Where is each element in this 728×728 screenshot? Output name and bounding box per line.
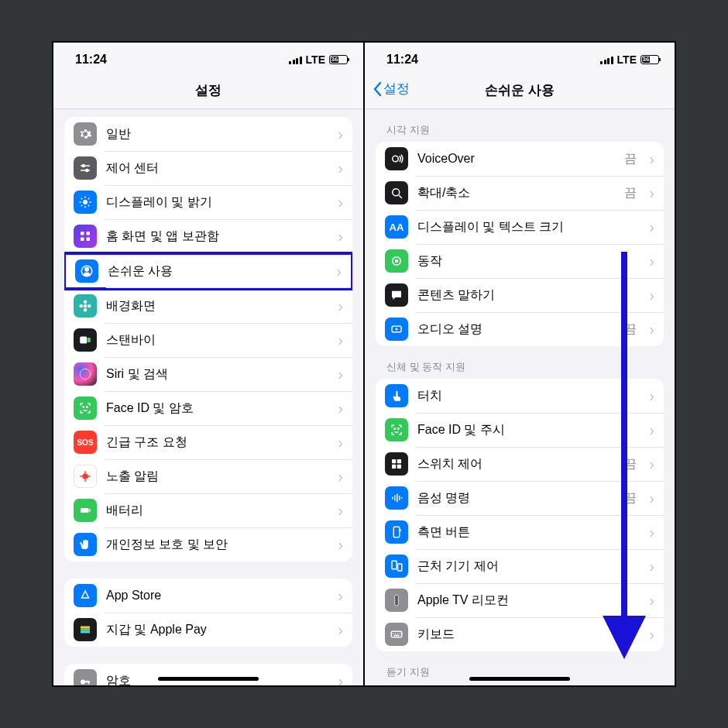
row-motion[interactable]: 동작›: [376, 244, 664, 278]
row-label: 동작: [417, 253, 637, 270]
row-general[interactable]: 일반›: [64, 117, 352, 151]
row-faceid[interactable]: Face ID 및 암호›: [64, 391, 352, 425]
chevron-right-icon: ›: [649, 455, 654, 473]
chevron-right-icon: ›: [338, 400, 343, 417]
svg-point-3: [86, 170, 88, 172]
display-icon: [74, 191, 97, 214]
row-display[interactable]: 디스플레이 및 밝기›: [64, 185, 352, 219]
back-label: 설정: [383, 80, 410, 98]
row-sidebtn[interactable]: 측면 버튼›: [376, 515, 664, 549]
row-label: 디스플레이 및 밝기: [106, 194, 325, 211]
wall-icon: [74, 294, 97, 318]
back-button[interactable]: 설정: [373, 80, 410, 98]
chevron-right-icon: ›: [338, 587, 343, 605]
home-indicator[interactable]: [469, 677, 570, 681]
battery-icon: [74, 499, 97, 522]
row-switch[interactable]: 스위치 제어끔›: [376, 447, 664, 481]
row-faceatt[interactable]: Face ID 및 주시›: [376, 413, 664, 447]
settings-scroll[interactable]: 일반›제어 센터›디스플레이 및 밝기›홈 화면 및 앱 보관함›손쉬운 사용›…: [53, 109, 363, 685]
chevron-right-icon: ›: [649, 558, 654, 575]
settings-group-3: 암호›: [64, 664, 352, 685]
row-access[interactable]: 손쉬운 사용›: [64, 252, 352, 290]
row-label: 콘텐츠 말하기: [417, 287, 637, 304]
row-sos[interactable]: SOS긴급 구조 요청›: [64, 425, 352, 459]
chevron-right-icon: ›: [338, 297, 343, 315]
status-bar: 11:24 LTE 36: [53, 43, 363, 77]
row-privacy[interactable]: 개인정보 보호 및 보안›: [64, 527, 352, 561]
svg-point-2: [82, 165, 84, 167]
row-wallet[interactable]: 지갑 및 Apple Pay›: [64, 613, 352, 647]
chevron-right-icon: ›: [338, 434, 343, 452]
section-header: 시각 지원: [376, 109, 664, 142]
row-voicectl[interactable]: 음성 명령끔›: [376, 481, 664, 515]
wallet-icon: [74, 618, 97, 641]
row-voiceover[interactable]: VoiceOver끔›: [376, 142, 664, 176]
svg-point-19: [84, 304, 88, 308]
settings-group-2: App Store›지갑 및 Apple Pay›: [64, 579, 352, 647]
settings-group-1: 일반›제어 센터›디스플레이 및 밝기›홈 화면 및 앱 보관함›손쉬운 사용›…: [64, 117, 352, 561]
svg-rect-36: [81, 627, 90, 629]
svg-rect-25: [88, 338, 91, 342]
svg-rect-63: [398, 564, 402, 571]
row-battery[interactable]: 배터리›: [64, 493, 352, 527]
privacy-icon: [74, 533, 97, 556]
row-label: 노출 알림: [106, 469, 325, 485]
svg-rect-64: [395, 595, 399, 606]
access-icon: [75, 259, 98, 283]
voiceover-icon: [385, 147, 408, 170]
chevron-right-icon: ›: [649, 218, 654, 236]
chevron-right-icon: ›: [338, 125, 343, 143]
row-speak[interactable]: 콘텐츠 말하기›: [376, 278, 664, 312]
row-exposure[interactable]: 노출 알림›: [64, 459, 352, 493]
svg-rect-38: [81, 631, 90, 634]
page-title: 손쉬운 사용: [374, 81, 665, 99]
row-touch[interactable]: 터치›: [376, 379, 664, 413]
row-wall[interactable]: 배경화면›: [64, 289, 352, 323]
chevron-right-icon: ›: [338, 502, 343, 520]
svg-line-9: [81, 198, 83, 200]
row-audiodesc[interactable]: 오디오 설명끔›: [376, 312, 664, 346]
chevron-right-icon: ›: [649, 184, 654, 202]
row-appletv[interactable]: Apple TV 리모컨›: [376, 583, 664, 617]
accessibility-scroll[interactable]: 시각 지원VoiceOver끔›확대/축소끔›AA디스플레이 및 텍스트 크기›…: [365, 109, 675, 685]
row-value: 끔: [624, 151, 637, 167]
svg-point-23: [88, 304, 91, 308]
status-time: 11:24: [75, 53, 107, 67]
standby-icon: [74, 328, 97, 352]
svg-line-44: [399, 195, 402, 198]
chevron-right-icon: ›: [338, 331, 343, 349]
row-appstore[interactable]: App Store›: [64, 579, 352, 613]
battery-icon: 36: [329, 55, 348, 64]
row-control[interactable]: 제어 센터›: [64, 151, 352, 185]
chevron-right-icon: ›: [649, 592, 654, 610]
faceid-icon: [74, 397, 97, 420]
phone-right-accessibility: 11:24 LTE 36 설정 손쉬운 사용 시각 지원VoiceOver끔›확…: [365, 43, 675, 685]
home-indicator[interactable]: [158, 677, 259, 681]
appstore-icon: [74, 584, 97, 607]
chevron-right-icon: ›: [338, 160, 343, 177]
row-standby[interactable]: 스탠바이›: [64, 323, 352, 357]
svg-point-22: [80, 304, 84, 308]
sos-icon: SOS: [74, 431, 97, 454]
svg-rect-65: [391, 631, 402, 637]
audiodesc-icon: [385, 318, 408, 341]
row-label: 제어 센터: [106, 160, 325, 177]
svg-point-28: [87, 407, 88, 408]
row-zoom[interactable]: 확대/축소끔›: [376, 176, 664, 210]
appletv-icon: [385, 589, 408, 612]
signal-icon: [289, 55, 302, 64]
svg-point-26: [80, 369, 91, 379]
chevron-right-icon: ›: [649, 287, 654, 304]
chevron-right-icon: ›: [649, 252, 654, 270]
chevron-left-icon: [373, 81, 382, 97]
speak-icon: [385, 283, 408, 307]
faceatt-icon: [385, 418, 408, 441]
row-passwords[interactable]: 암호›: [64, 664, 352, 685]
row-home[interactable]: 홈 화면 및 앱 보관함›: [64, 219, 352, 253]
row-label: 오디오 설명: [417, 321, 615, 338]
row-textsize[interactable]: AA디스플레이 및 텍스트 크기›: [376, 210, 664, 244]
row-siri[interactable]: Siri 및 검색›: [64, 357, 352, 391]
row-keyboard[interactable]: 키보드›: [376, 617, 664, 651]
row-nearby[interactable]: 근처 기기 제어›: [376, 549, 664, 583]
svg-rect-51: [392, 459, 396, 463]
